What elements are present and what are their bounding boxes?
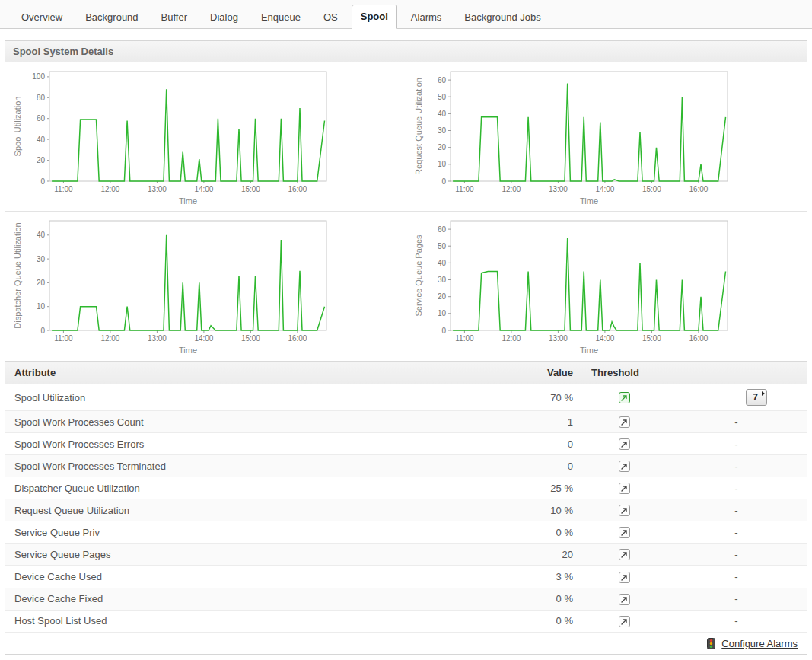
threshold-cell (582, 499, 666, 521)
threshold-dash: - (734, 571, 737, 582)
threshold-cell (582, 521, 666, 544)
attribute-cell: Service Queue Priv (5, 521, 514, 544)
svg-text:16:00: 16:00 (288, 334, 307, 343)
svg-text:60: 60 (437, 76, 446, 84)
attribute-cell: Device Cache Fixed (5, 588, 514, 610)
svg-text:20: 20 (37, 156, 46, 164)
table-row: Dispatcher Queue Utilization25 %- (5, 477, 807, 499)
threshold-status-icon[interactable] (619, 549, 630, 560)
svg-text:16:00: 16:00 (288, 185, 307, 193)
threshold-status-icon[interactable] (619, 461, 630, 472)
svg-text:14:00: 14:00 (595, 185, 614, 193)
svg-text:13:00: 13:00 (548, 334, 567, 343)
chart-svg-spool-utilization: 02040608010011:0012:0013:0014:0015:0016:… (10, 65, 337, 207)
table-row: Spool Work Processes Errors0- (5, 433, 807, 455)
svg-text:Service Queue Pages: Service Queue Pages (414, 234, 423, 317)
threshold-cell (582, 588, 666, 610)
extra-cell: - (666, 433, 807, 455)
value-cell: 10 % (514, 499, 582, 521)
traffic-light-icon (707, 638, 715, 649)
threshold-cell (582, 411, 666, 433)
threshold-dash: - (734, 615, 737, 627)
svg-text:Spool Utilization: Spool Utilization (13, 97, 22, 157)
svg-text:12:00: 12:00 (100, 185, 119, 193)
tab-overview[interactable]: Overview (12, 5, 72, 29)
value-cell: 0 % (514, 610, 582, 632)
svg-text:50: 50 (437, 242, 446, 250)
attribute-cell: Spool Work Processes Count (5, 411, 514, 433)
threshold-dash: - (734, 438, 737, 450)
threshold-cell (582, 455, 666, 477)
threshold-dash: - (734, 527, 737, 538)
threshold-dash: - (734, 549, 737, 560)
svg-text:11:00: 11:00 (54, 334, 73, 343)
value-cell: 25 % (514, 477, 582, 499)
threshold-dash: - (734, 505, 737, 516)
threshold-cell (582, 384, 666, 411)
table-row: Request Queue Utilization10 %- (5, 499, 807, 521)
extra-cell: - (666, 477, 807, 499)
threshold-status-icon[interactable] (619, 416, 630, 428)
value-cell: 0 % (514, 588, 582, 610)
threshold-status-icon[interactable] (619, 483, 630, 494)
svg-text:10: 10 (437, 160, 446, 168)
chart-request-queue-utilization: 010203040506011:0012:0013:0014:0015:0016… (406, 62, 807, 212)
tab-background-jobs[interactable]: Background Jobs (455, 5, 549, 29)
table-row: Device Cache Fixed0 %- (5, 588, 807, 610)
svg-text:15:00: 15:00 (642, 185, 661, 193)
svg-text:0: 0 (40, 177, 45, 186)
tab-dialog[interactable]: Dialog (201, 5, 247, 29)
svg-text:14:00: 14:00 (595, 334, 614, 343)
svg-text:12:00: 12:00 (502, 185, 521, 193)
header-threshold: Threshold (582, 362, 666, 384)
attribute-cell: Spool Work Processes Errors (5, 433, 514, 455)
tab-enqueue[interactable]: Enqueue (252, 5, 310, 29)
svg-text:16:00: 16:00 (689, 185, 708, 193)
charts-grid: 02040608010011:0012:0013:0014:0015:0016:… (5, 62, 807, 361)
tab-os[interactable]: OS (314, 5, 347, 29)
table-row: Device Cache Used3 %- (5, 566, 807, 588)
tab-spool[interactable]: Spool (352, 5, 397, 29)
svg-text:20: 20 (37, 279, 46, 287)
chart-spool-utilization: 02040608010011:0012:0013:0014:0015:0016:… (5, 62, 406, 212)
svg-text:12:00: 12:00 (502, 334, 521, 343)
value-cell: 1 (514, 411, 582, 433)
table-row: Spool Work Processes Terminated0- (5, 455, 807, 477)
tab-buffer[interactable]: Buffer (152, 5, 196, 29)
tab-alarms[interactable]: Alarms (402, 5, 451, 29)
threshold-status-icon[interactable] (619, 594, 630, 605)
attribute-cell: Spool Work Processes Terminated (5, 455, 514, 477)
threshold-status-icon[interactable] (619, 616, 630, 627)
chart-service-queue-pages: 010203040506011:0012:0013:0014:0015:0016… (406, 212, 807, 361)
threshold-cell (582, 610, 666, 632)
extra-cell: - (666, 588, 807, 610)
svg-text:14:00: 14:00 (194, 334, 213, 343)
table-footer: Configure Alarms (5, 633, 807, 654)
svg-text:0: 0 (40, 327, 45, 335)
svg-text:13:00: 13:00 (548, 185, 567, 193)
threshold-status-icon[interactable] (619, 392, 630, 403)
history-period-button[interactable]: 7 (746, 389, 767, 406)
threshold-status-icon[interactable] (619, 572, 630, 583)
value-cell: 0 (514, 455, 582, 477)
svg-text:0: 0 (441, 327, 446, 335)
svg-text:50: 50 (437, 93, 446, 101)
value-cell: 3 % (514, 566, 582, 588)
chart-svg-service-queue-pages: 010203040506011:0012:0013:0014:0015:0016… (411, 215, 738, 356)
chart-svg-dispatcher-queue-utilization: 01020304011:0012:0013:0014:0015:0016:00T… (10, 215, 337, 356)
chart-dispatcher-queue-utilization: 01020304011:0012:0013:0014:0015:0016:00T… (5, 212, 406, 361)
threshold-status-icon[interactable] (619, 527, 630, 538)
table-row: Service Queue Priv0 %- (5, 521, 807, 544)
svg-text:40: 40 (437, 110, 446, 118)
extra-cell: - (666, 455, 807, 477)
tab-background[interactable]: Background (76, 5, 147, 29)
svg-text:15:00: 15:00 (241, 185, 260, 193)
attribute-cell: Dispatcher Queue Utilization (5, 477, 514, 499)
svg-text:14:00: 14:00 (194, 185, 213, 193)
svg-text:12:00: 12:00 (100, 334, 119, 343)
svg-text:0: 0 (441, 177, 446, 186)
extra-cell: - (666, 521, 807, 544)
configure-alarms-link[interactable]: Configure Alarms (721, 638, 798, 649)
threshold-status-icon[interactable] (619, 438, 630, 450)
threshold-status-icon[interactable] (619, 505, 630, 516)
